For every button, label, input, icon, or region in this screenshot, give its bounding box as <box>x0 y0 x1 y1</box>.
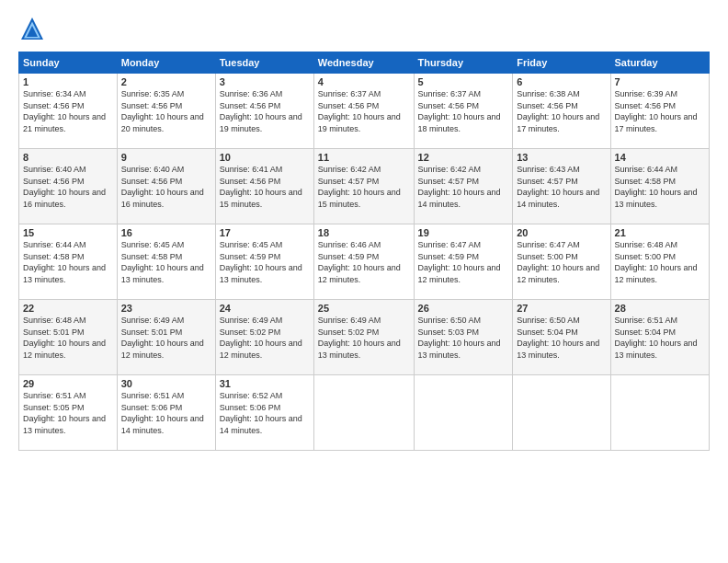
day-number: 19 <box>418 227 509 238</box>
calendar-cell: 25Sunrise: 6:49 AMSunset: 5:02 PMDayligh… <box>313 300 414 375</box>
calendar-week-2: 8Sunrise: 6:40 AMSunset: 4:56 PMDaylight… <box>19 149 710 224</box>
day-number: 25 <box>318 303 410 314</box>
day-info: Sunrise: 6:44 AMSunset: 4:58 PMDaylight:… <box>615 165 698 209</box>
day-header-wednesday: Wednesday <box>313 52 414 74</box>
calendar-cell: 9Sunrise: 6:40 AMSunset: 4:56 PMDaylight… <box>117 149 215 224</box>
calendar-cell: 26Sunrise: 6:50 AMSunset: 5:03 PMDayligh… <box>414 300 513 375</box>
day-info: Sunrise: 6:34 AMSunset: 4:56 PMDaylight:… <box>23 89 106 133</box>
day-number: 28 <box>615 303 705 314</box>
logo-icon <box>18 15 46 42</box>
calendar-header-row: SundayMondayTuesdayWednesdayThursdayFrid… <box>19 52 710 74</box>
day-number: 14 <box>615 152 705 163</box>
day-header-friday: Friday <box>513 52 610 74</box>
day-info: Sunrise: 6:49 AMSunset: 5:01 PMDaylight:… <box>121 316 204 360</box>
day-info: Sunrise: 6:48 AMSunset: 5:01 PMDaylight:… <box>23 316 106 360</box>
day-header-thursday: Thursday <box>414 52 513 74</box>
day-number: 27 <box>517 303 606 314</box>
calendar-week-1: 1Sunrise: 6:34 AMSunset: 4:56 PMDaylight… <box>19 74 710 149</box>
day-info: Sunrise: 6:40 AMSunset: 4:56 PMDaylight:… <box>23 165 106 209</box>
calendar-cell: 5Sunrise: 6:37 AMSunset: 4:56 PMDaylight… <box>414 74 513 149</box>
calendar-cell: 17Sunrise: 6:45 AMSunset: 4:59 PMDayligh… <box>215 224 313 300</box>
day-info: Sunrise: 6:48 AMSunset: 5:00 PMDaylight:… <box>615 240 698 284</box>
calendar-cell: 31Sunrise: 6:52 AMSunset: 5:06 PMDayligh… <box>215 375 313 451</box>
day-info: Sunrise: 6:49 AMSunset: 5:02 PMDaylight:… <box>318 316 401 360</box>
day-number: 29 <box>23 378 113 389</box>
day-info: Sunrise: 6:50 AMSunset: 5:04 PMDaylight:… <box>517 316 599 360</box>
logo <box>18 15 50 42</box>
calendar-cell: 28Sunrise: 6:51 AMSunset: 5:04 PMDayligh… <box>610 300 709 375</box>
day-number: 11 <box>318 152 410 163</box>
day-number: 2 <box>121 76 211 87</box>
calendar-cell: 7Sunrise: 6:39 AMSunset: 4:56 PMDaylight… <box>610 74 709 149</box>
day-info: Sunrise: 6:52 AMSunset: 5:06 PMDaylight:… <box>220 391 302 435</box>
day-number: 15 <box>23 227 113 238</box>
calendar-cell: 20Sunrise: 6:47 AMSunset: 5:00 PMDayligh… <box>513 224 610 300</box>
day-info: Sunrise: 6:47 AMSunset: 4:59 PMDaylight:… <box>418 240 501 284</box>
calendar-cell: 6Sunrise: 6:38 AMSunset: 4:56 PMDaylight… <box>513 74 610 149</box>
day-info: Sunrise: 6:50 AMSunset: 5:03 PMDaylight:… <box>418 316 501 360</box>
calendar-cell: 19Sunrise: 6:47 AMSunset: 4:59 PMDayligh… <box>414 224 513 300</box>
day-number: 5 <box>418 76 509 87</box>
day-info: Sunrise: 6:43 AMSunset: 4:57 PMDaylight:… <box>517 165 599 209</box>
day-number: 9 <box>121 152 211 163</box>
calendar-cell: 27Sunrise: 6:50 AMSunset: 5:04 PMDayligh… <box>513 300 610 375</box>
day-number: 16 <box>121 227 211 238</box>
day-info: Sunrise: 6:36 AMSunset: 4:56 PMDaylight:… <box>220 89 302 133</box>
calendar-week-3: 15Sunrise: 6:44 AMSunset: 4:58 PMDayligh… <box>19 224 710 300</box>
calendar-cell <box>313 375 414 451</box>
day-info: Sunrise: 6:35 AMSunset: 4:56 PMDaylight:… <box>121 89 204 133</box>
calendar-cell: 8Sunrise: 6:40 AMSunset: 4:56 PMDaylight… <box>19 149 118 224</box>
day-number: 18 <box>318 227 410 238</box>
day-number: 7 <box>615 76 705 87</box>
day-number: 8 <box>23 152 113 163</box>
calendar-cell <box>610 375 709 451</box>
day-info: Sunrise: 6:51 AMSunset: 5:06 PMDaylight:… <box>121 391 204 435</box>
calendar-cell: 24Sunrise: 6:49 AMSunset: 5:02 PMDayligh… <box>215 300 313 375</box>
day-number: 23 <box>121 303 211 314</box>
day-info: Sunrise: 6:47 AMSunset: 5:00 PMDaylight:… <box>517 240 599 284</box>
day-info: Sunrise: 6:37 AMSunset: 4:56 PMDaylight:… <box>318 89 401 133</box>
calendar-cell: 13Sunrise: 6:43 AMSunset: 4:57 PMDayligh… <box>513 149 610 224</box>
calendar-cell: 16Sunrise: 6:45 AMSunset: 4:58 PMDayligh… <box>117 224 215 300</box>
calendar-cell: 29Sunrise: 6:51 AMSunset: 5:05 PMDayligh… <box>19 375 118 451</box>
day-number: 10 <box>220 152 310 163</box>
page: SundayMondayTuesdayWednesdayThursdayFrid… <box>0 0 728 563</box>
day-number: 30 <box>121 378 211 389</box>
calendar-cell: 12Sunrise: 6:42 AMSunset: 4:57 PMDayligh… <box>414 149 513 224</box>
calendar-cell <box>414 375 513 451</box>
day-number: 24 <box>220 303 310 314</box>
day-number: 13 <box>517 152 606 163</box>
calendar-week-5: 29Sunrise: 6:51 AMSunset: 5:05 PMDayligh… <box>19 375 710 451</box>
day-number: 20 <box>517 227 606 238</box>
day-info: Sunrise: 6:42 AMSunset: 4:57 PMDaylight:… <box>418 165 501 209</box>
day-number: 6 <box>517 76 606 87</box>
calendar-cell <box>513 375 610 451</box>
day-info: Sunrise: 6:45 AMSunset: 4:58 PMDaylight:… <box>121 240 204 284</box>
day-info: Sunrise: 6:42 AMSunset: 4:57 PMDaylight:… <box>318 165 401 209</box>
calendar-cell: 1Sunrise: 6:34 AMSunset: 4:56 PMDaylight… <box>19 74 118 149</box>
calendar-cell: 15Sunrise: 6:44 AMSunset: 4:58 PMDayligh… <box>19 224 118 300</box>
day-number: 1 <box>23 76 113 87</box>
day-number: 4 <box>318 76 410 87</box>
calendar-cell: 2Sunrise: 6:35 AMSunset: 4:56 PMDaylight… <box>117 74 215 149</box>
day-header-sunday: Sunday <box>19 52 118 74</box>
day-header-monday: Monday <box>117 52 215 74</box>
day-number: 31 <box>220 378 310 389</box>
day-info: Sunrise: 6:37 AMSunset: 4:56 PMDaylight:… <box>418 89 501 133</box>
day-info: Sunrise: 6:51 AMSunset: 5:05 PMDaylight:… <box>23 391 106 435</box>
calendar-cell: 22Sunrise: 6:48 AMSunset: 5:01 PMDayligh… <box>19 300 118 375</box>
calendar-cell: 14Sunrise: 6:44 AMSunset: 4:58 PMDayligh… <box>610 149 709 224</box>
calendar-cell: 23Sunrise: 6:49 AMSunset: 5:01 PMDayligh… <box>117 300 215 375</box>
day-number: 21 <box>615 227 705 238</box>
day-number: 3 <box>220 76 310 87</box>
day-info: Sunrise: 6:49 AMSunset: 5:02 PMDaylight:… <box>220 316 302 360</box>
day-info: Sunrise: 6:39 AMSunset: 4:56 PMDaylight:… <box>615 89 698 133</box>
day-info: Sunrise: 6:44 AMSunset: 4:58 PMDaylight:… <box>23 240 106 284</box>
calendar-cell: 3Sunrise: 6:36 AMSunset: 4:56 PMDaylight… <box>215 74 313 149</box>
day-info: Sunrise: 6:45 AMSunset: 4:59 PMDaylight:… <box>220 240 302 284</box>
calendar-table: SundayMondayTuesdayWednesdayThursdayFrid… <box>18 52 710 451</box>
day-info: Sunrise: 6:51 AMSunset: 5:04 PMDaylight:… <box>615 316 698 360</box>
header <box>18 15 710 42</box>
calendar-cell: 30Sunrise: 6:51 AMSunset: 5:06 PMDayligh… <box>117 375 215 451</box>
calendar-cell: 11Sunrise: 6:42 AMSunset: 4:57 PMDayligh… <box>313 149 414 224</box>
